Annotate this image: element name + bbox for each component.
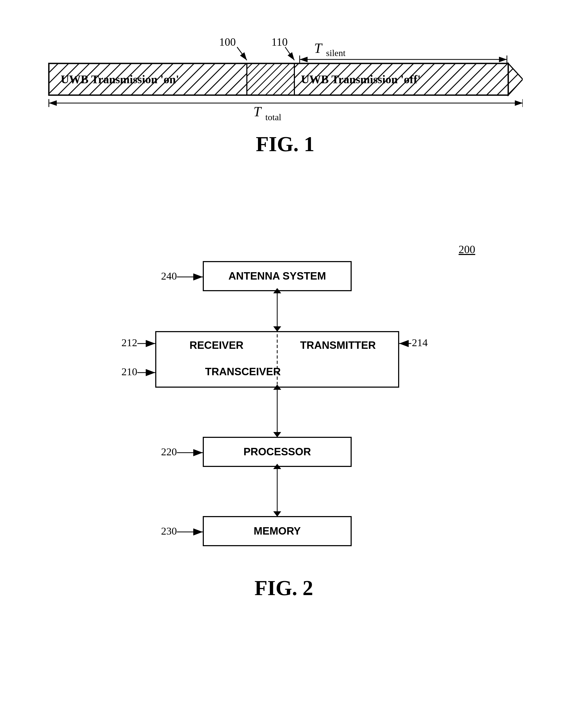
- svg-marker-31: [273, 326, 281, 332]
- svg-text:RECEIVER: RECEIVER: [190, 339, 244, 351]
- fig2-caption: FIG. 2: [79, 576, 489, 600]
- svg-text:230: 230: [161, 525, 177, 537]
- svg-marker-45: [273, 432, 281, 437]
- fig1-caption: FIG. 1: [47, 132, 523, 156]
- svg-marker-14: [508, 63, 523, 95]
- svg-rect-12: [247, 63, 294, 95]
- svg-text:PROCESSOR: PROCESSOR: [243, 446, 311, 458]
- fig1-svg: T silent UWB Transmission 'on' UWB Trans…: [47, 21, 523, 148]
- svg-text:silent: silent: [326, 48, 346, 58]
- svg-text:UWB Transmission 'on': UWB Transmission 'on': [61, 73, 179, 86]
- svg-text:MEMORY: MEMORY: [254, 525, 301, 537]
- svg-text:T: T: [314, 41, 323, 56]
- svg-text:240: 240: [161, 270, 177, 282]
- svg-text:T: T: [253, 104, 262, 119]
- svg-text:TRANSMITTER: TRANSMITTER: [300, 339, 376, 351]
- svg-text:214: 214: [412, 337, 428, 349]
- svg-line-5: [237, 47, 247, 60]
- svg-text:total: total: [265, 112, 281, 122]
- svg-marker-52: [273, 511, 281, 517]
- fig2-svg: ANTENNA SYSTEM 240 RECEIVER TRANSMITTER …: [79, 238, 489, 608]
- svg-text:UWB Transmission 'off': UWB Transmission 'off': [301, 73, 420, 86]
- fig2-container: 200 ANTENNA SYSTEM 240: [79, 238, 489, 674]
- page: 100 110: [0, 0, 570, 728]
- svg-text:TRANSCEIVER: TRANSCEIVER: [205, 366, 281, 377]
- svg-line-6: [285, 47, 294, 60]
- svg-text:210: 210: [121, 366, 137, 378]
- svg-text:220: 220: [161, 446, 177, 458]
- svg-text:212: 212: [121, 337, 137, 349]
- svg-text:ANTENNA SYSTEM: ANTENNA SYSTEM: [228, 270, 326, 282]
